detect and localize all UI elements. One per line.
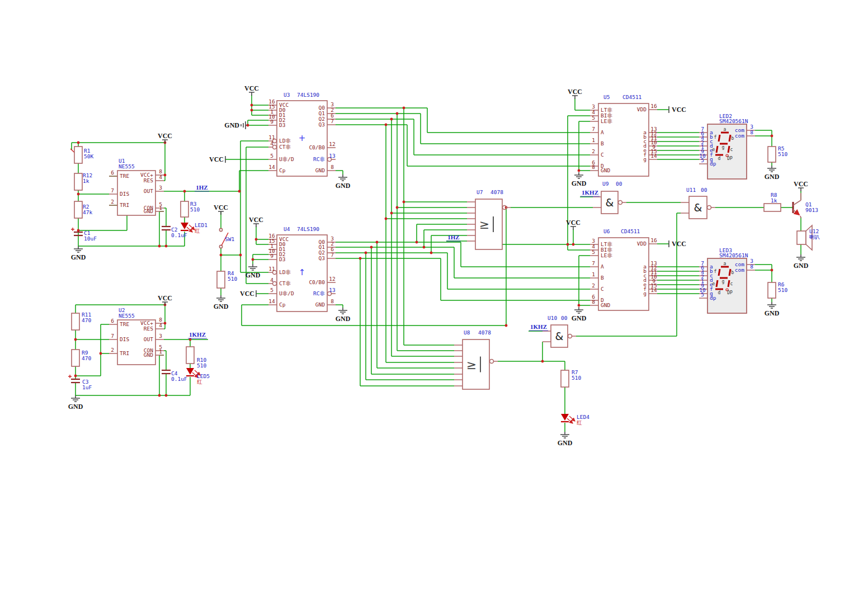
gnd-glyph [338, 308, 347, 314]
resistor-R6[interactable] [768, 282, 776, 298]
resistor-R11[interactable] [72, 313, 79, 330]
led-triangle [561, 414, 569, 421]
gate-u7[interactable]: U74078≥ [467, 189, 511, 249]
resistor-R9[interactable] [72, 350, 79, 366]
vcc-glyph [253, 224, 259, 227]
junction-dot [385, 218, 388, 220]
pin-number: 4 [159, 322, 162, 328]
capacitor-C4[interactable] [162, 370, 171, 374]
vcc-label: VCC [672, 106, 686, 114]
gnd-label: GND [336, 315, 351, 323]
gnd-symbol: GND [71, 246, 86, 261]
label-R10: R10510 [197, 357, 206, 369]
capacitor-C2[interactable] [162, 227, 171, 230]
pin-name: DIS [120, 191, 129, 197]
pin-number: 5 [270, 153, 273, 159]
and-symbol: & [606, 196, 614, 209]
nor-symbol: ≥ [466, 358, 477, 372]
pin-name: GND [315, 301, 325, 308]
component-led3[interactable]: LED3SM420561N7a6b4c2d1e9f10g5dp3com8com [699, 247, 755, 313]
resistor-R3[interactable] [181, 201, 188, 217]
resistor-R2[interactable] [74, 201, 82, 218]
pin-name: com [735, 267, 744, 273]
nor-symbol: ≥ [479, 218, 489, 232]
component-u5[interactable]: U5CD45113LT非4BI非5LE非7A1B2C6D8GND16VDD13a… [590, 94, 657, 176]
led-LED1[interactable] [181, 223, 195, 232]
vcc-glyph [249, 92, 254, 96]
vcc-label: VCC [209, 155, 224, 163]
led3-part: SM420561N [719, 252, 748, 258]
pin-name: VDD [637, 240, 647, 247]
pin-name: LD非 [279, 138, 291, 144]
gate-u8[interactable]: U84078≥ [454, 329, 498, 389]
vcc-glyph [798, 188, 804, 191]
component-u4[interactable]: U474LS190↑16VCC15D01D110D29D311LD非4CT非5U… [268, 226, 336, 312]
component-u3[interactable]: U374LS190+16VCC15D01D110D29D311LD非4CT非5U… [268, 92, 336, 176]
part-label: 9013 [805, 207, 818, 213]
resistor-R1[interactable] [74, 147, 82, 163]
pin-number: 9 [270, 253, 273, 259]
gate-u11[interactable]: U1100& [681, 187, 715, 219]
u7-ref: U7 [477, 189, 483, 195]
transistor-q1[interactable] [793, 193, 801, 218]
component-u1[interactable]: U1NE5556TRE7DIS2TRI8VCC+4RES3OUT5CON1GND [109, 158, 164, 215]
capacitor-C1[interactable] [71, 228, 83, 235]
net-label: 1KHZ [581, 189, 600, 196]
component-u6[interactable]: U6CD45113LT非4BI非5LE非7A1B2C6D8GND16VDD13a… [590, 228, 657, 310]
gnd-symbol: GND [765, 166, 780, 181]
pin-name: RC非 [313, 156, 325, 162]
gnd-label: GND [794, 262, 809, 270]
pin-name: A [601, 129, 604, 135]
pin-number: 13 [329, 153, 335, 159]
component-led2[interactable]: LED2SM420561N7a6b4c2d1e9f10g5dp3com8com [699, 113, 755, 179]
led-LED4[interactable] [561, 414, 575, 423]
pin-name: TRI [120, 350, 129, 356]
label-R9: R9470 [82, 350, 91, 361]
junction-dot [541, 360, 544, 363]
pin-name: C0/B0 [309, 144, 325, 150]
u10-part: 00 [561, 315, 568, 321]
gnd-glyph [74, 246, 83, 252]
resistor-R4[interactable] [217, 271, 225, 288]
gnd-port-u3: GND [224, 121, 248, 129]
component-u2[interactable]: U2NE5556TRE7DIS2TRI8VCC+4RES3OUT5CON1GND [109, 307, 164, 365]
pin-name: g [643, 156, 647, 162]
pin-number: 2 [592, 282, 595, 289]
pin-name: D3 [279, 256, 285, 262]
gnd-label: GND [71, 253, 86, 261]
part-label: 喇叭 [809, 234, 820, 240]
segment-letter: DP [727, 156, 733, 161]
value-label: 红 [577, 419, 582, 426]
segment-letter: DP [727, 290, 733, 295]
junction-dot [390, 118, 393, 121]
pin-number: 11 [268, 134, 275, 140]
vcc-glyph [218, 211, 224, 215]
label-LED4: LED4红 [577, 414, 589, 426]
pin-number: 8 [592, 164, 595, 170]
pin-number: 11 [268, 266, 275, 272]
pin-name: U非/D [279, 290, 294, 296]
schematic-page: VCC VCC VCC VCC GND U1NE5556TRE7DIS2TRI8… [0, 0, 868, 599]
junction-dot [771, 135, 773, 138]
gnd-label: GND [572, 314, 587, 322]
u1-part: NE555 [119, 163, 135, 169]
pin-name: D3 [279, 122, 285, 128]
vcc-label: VCC [158, 132, 172, 140]
resistor-R10[interactable] [186, 347, 194, 364]
segment-letter: f [714, 135, 717, 140]
resistor-R5[interactable] [768, 147, 776, 162]
net-label-text: 1KHZ [530, 323, 547, 330]
resistor-R12[interactable] [74, 173, 82, 190]
u6-part: CD4511 [621, 228, 640, 234]
pin-number: 8 [331, 298, 334, 304]
pin-number: 7 [592, 126, 595, 132]
gate-u9[interactable]: U900& [593, 181, 626, 214]
pin-name: B [601, 140, 604, 147]
segment-letter: b [732, 270, 734, 275]
pin-name: g [643, 290, 647, 296]
resistor-R8[interactable] [764, 204, 781, 211]
junction-dot [183, 190, 186, 193]
resistor-R7[interactable] [561, 370, 569, 387]
and-symbol: & [555, 330, 564, 342]
pin-number: 9 [270, 119, 273, 125]
